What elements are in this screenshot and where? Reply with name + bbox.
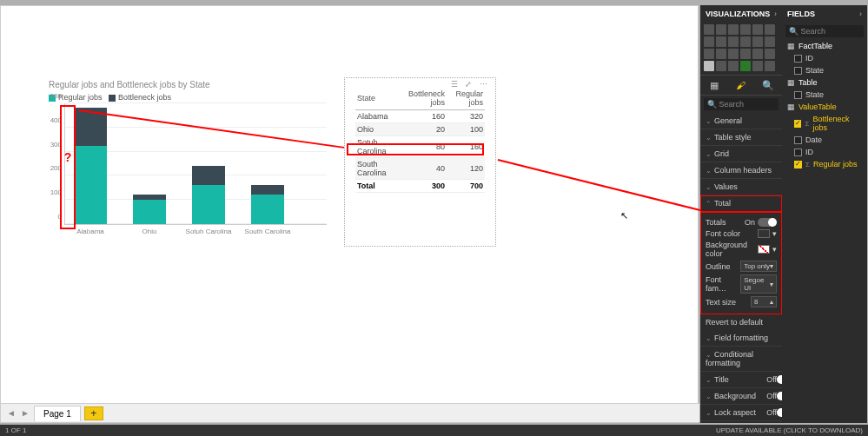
field-checkbox[interactable] [794,136,802,144]
fields-panel: FIELDS › 🔍 Search ▦FactTableIDState▦Tabl… [782,5,867,423]
bar-segment[interactable] [133,200,166,224]
status-update-link[interactable]: UPDATE AVAILABLE (CLICK TO DOWNLOAD) [716,426,863,434]
sigma-icon: Σ [805,161,810,168]
off-label: Off [766,408,777,417]
table-visual[interactable]: ☰ ⤢ ⋯ StateBottleneck jobsRegular jobs A… [344,77,496,247]
section-values[interactable]: ⌄Values [700,179,782,195]
field-item[interactable]: State [782,64,867,76]
field-label: Regular jobs [813,160,858,168]
field-item[interactable]: ΣRegular jobs [782,158,867,170]
analytics-tab-icon[interactable]: 🔍 [762,79,774,91]
table-row[interactable]: Ohio20100 [355,123,485,136]
section-table-style[interactable]: ⌄Table style [700,129,782,146]
section-conditional-formatting[interactable]: ⌄Conditional formatting [700,347,782,372]
chart-legend: Regular jobs Bottleneck jobs [49,93,327,102]
field-item[interactable]: Date [782,134,867,146]
bar-segment[interactable] [133,195,166,200]
section-total-body: TotalsOn Font color▾ Background color▾ O… [700,212,782,314]
section-total[interactable]: ⌃Total [700,195,782,212]
outline-dropdown[interactable]: Top only▾ [740,261,777,272]
panel-collapse-icon[interactable]: › [859,10,862,18]
x-axis-label: Alabama [76,228,104,235]
field-table-header[interactable]: ▦FactTable [782,40,867,52]
section-label: Title [714,375,729,384]
section-label: Table style [714,133,752,142]
page-add-button[interactable]: + [84,406,103,420]
dropdown-icon[interactable]: ▾ [772,245,777,254]
field-checkbox[interactable] [794,161,802,168]
report-canvas[interactable]: Regular jobs and Bottleneck jobs by Stat… [0,5,699,423]
section-lock-aspect[interactable]: ⌄Lock aspectOff [700,405,782,421]
table-total-row: Total300700 [355,180,485,193]
visual-header-icons[interactable]: ☰ ⤢ ⋯ [451,80,490,89]
section-label: Conditional formatting [706,350,753,367]
section-background[interactable]: ⌄BackgroundOff [700,388,782,405]
field-label: State [805,90,824,99]
field-checkbox[interactable] [794,55,802,63]
panel-collapse-icon[interactable]: › [774,10,777,18]
field-label: Bottleneck jobs [812,115,862,132]
visualization-type-gallery[interactable] [700,23,782,73]
font-color-swatch[interactable] [758,229,770,238]
field-item[interactable]: State [782,89,867,101]
page-prev-icon[interactable]: ◄ [6,408,17,419]
totals-label: Totals [706,218,726,227]
bar-segment[interactable] [74,146,107,224]
totals-toggle[interactable] [758,218,777,227]
bar-segment[interactable] [192,185,225,224]
section-label: Lock aspect [714,408,756,417]
legend-swatch-bottleneck [109,95,116,102]
field-checkbox[interactable] [794,91,802,99]
page-tab-1[interactable]: Page 1 [34,406,81,421]
table-header[interactable]: Bottleneck jobs [399,87,447,110]
bar-segment[interactable] [192,166,225,185]
x-axis-label: Sotuh Carolina [186,228,232,235]
format-search-input[interactable]: 🔍 Search [704,98,779,110]
stacked-bar-chart[interactable]: Regular jobs and Bottleneck jobs by Stat… [49,80,327,254]
visualizations-panel-title: VISUALIZATIONS [706,10,770,18]
section-title[interactable]: ⌄TitleOff [700,372,782,388]
bar-segment[interactable] [251,185,284,195]
revert-to-default-link[interactable]: Revert to default [700,314,782,330]
outline-label: Outline [706,262,731,271]
dropdown-icon[interactable]: ▾ [772,229,777,238]
bar-segment[interactable] [251,195,284,224]
chart-plot-area: 0100200300400500AlabamaOhioSotuh Carolin… [64,103,327,225]
format-tab-icon[interactable]: 🖌 [735,79,747,91]
section-label: Column headers [714,166,772,175]
field-item[interactable]: ID [782,52,867,64]
field-checkbox[interactable] [794,149,802,156]
fields-search-input[interactable]: 🔍 Search [785,25,864,37]
table-header[interactable]: Regular jobs [447,87,485,110]
section-column-headers[interactable]: ⌄Column headers [700,162,782,179]
field-checkbox[interactable] [794,120,801,128]
fields-tab-icon[interactable]: ▦ [708,79,720,91]
font-family-label: Font fam… [706,275,740,293]
section-label: Field formatting [714,334,768,342]
page-tabs-bar: ◄ ► Page 1 + [1,403,699,422]
table-header[interactable]: State [355,87,399,110]
section-general[interactable]: ⌄General [700,113,782,129]
section-label: Values [714,182,738,191]
field-checkbox[interactable] [794,67,802,75]
x-axis-label: South Carolina [245,228,291,235]
section-grid[interactable]: ⌄Grid [700,146,782,162]
table-row[interactable]: South Carolina40120 [355,158,485,180]
text-size-input[interactable]: 8 ▴ [751,296,777,307]
field-item[interactable]: ΣBottleneck jobs [782,113,867,134]
section-label: Grid [714,149,729,158]
field-label: Date [805,135,822,144]
text-size-label: Text size [706,298,736,307]
background-color-label: Background color [706,241,758,258]
totals-value: On [745,218,755,227]
field-label: ID [805,148,813,156]
font-family-dropdown[interactable]: Segoe UI▾ [740,274,777,294]
field-table-header[interactable]: ▦Table [782,76,867,89]
chart-title: Regular jobs and Bottleneck jobs by Stat… [49,80,327,89]
status-page-indicator: 1 OF 1 [5,426,26,434]
field-item[interactable]: ID [782,146,867,158]
field-table-header[interactable]: ▦ValueTable [782,101,867,113]
page-next-icon[interactable]: ► [20,408,30,419]
table-row[interactable]: Alabama160320 [355,110,485,123]
section-field-formatting[interactable]: ⌄Field formatting [700,330,782,347]
